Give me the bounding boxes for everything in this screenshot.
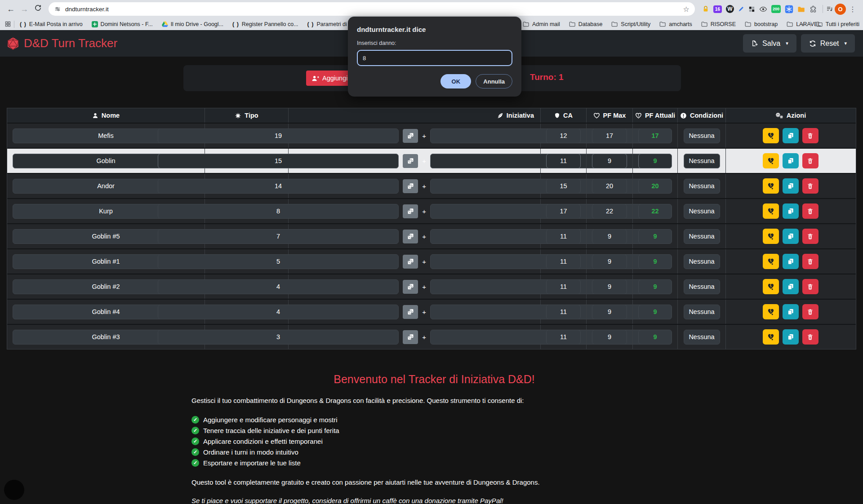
duplicate-button[interactable]	[783, 128, 799, 143]
roll-initiative-button[interactable]	[403, 179, 418, 193]
pf-current-input[interactable]	[638, 128, 672, 143]
pf-max-input[interactable]	[592, 128, 627, 143]
extensions-puzzle-icon[interactable]	[810, 5, 817, 13]
ca-input[interactable]	[546, 330, 581, 345]
ca-input[interactable]	[546, 179, 581, 194]
duplicate-button[interactable]	[783, 153, 799, 168]
roll-initiative-button[interactable]	[403, 330, 418, 344]
bookmark-item[interactable]: Database	[569, 21, 603, 27]
pf-current-input[interactable]	[638, 229, 672, 244]
bookmark-item[interactable]: RISORSE	[701, 21, 736, 27]
pf-current-input[interactable]	[638, 154, 672, 168]
condition-button[interactable]: Nessuna	[684, 254, 720, 269]
grid-extension-icon[interactable]	[748, 6, 755, 13]
wordpress-extension-icon[interactable]: W	[726, 5, 734, 13]
pf-max-input[interactable]	[592, 229, 627, 244]
save-button[interactable]: Salva ▾	[743, 34, 796, 53]
delete-button[interactable]	[802, 254, 819, 269]
bookmark-item[interactable]: Domini Netsons - F...	[92, 21, 153, 27]
eye-extension-icon[interactable]	[759, 6, 767, 12]
bookmark-item[interactable]: bootstrap	[745, 21, 778, 27]
menu-kebab-icon[interactable]: ⋮	[847, 5, 859, 13]
ca-input[interactable]	[546, 128, 581, 143]
delete-button[interactable]	[802, 178, 819, 194]
condition-button[interactable]: Nessuna	[684, 330, 720, 345]
damage-button[interactable]	[763, 128, 779, 143]
duplicate-button[interactable]	[783, 279, 799, 294]
damage-button[interactable]	[763, 279, 779, 294]
site-settings-icon[interactable]	[54, 5, 61, 13]
pf-max-input[interactable]	[592, 179, 627, 194]
damage-button[interactable]	[763, 254, 779, 269]
cancel-button[interactable]: Annulla	[476, 74, 512, 88]
bookmark-item[interactable]: ( )Register Pannello co...	[232, 21, 298, 27]
duplicate-button[interactable]	[783, 304, 799, 319]
condition-button[interactable]: Nessuna	[684, 179, 720, 194]
condition-button[interactable]: Nessuna	[684, 229, 720, 244]
pf-max-input[interactable]	[592, 204, 627, 219]
delete-button[interactable]	[802, 329, 819, 345]
apps-grid-icon[interactable]	[4, 21, 11, 27]
ca-input[interactable]	[546, 204, 581, 219]
reload-icon[interactable]	[31, 4, 44, 14]
damage-input[interactable]	[357, 50, 512, 66]
add-character-button[interactable]: Aggiungi	[306, 71, 353, 86]
initiative-input[interactable]	[158, 279, 399, 294]
bookmark-item[interactable]: Admin mail	[523, 21, 560, 27]
snowflake-extension-icon[interactable]	[785, 5, 793, 13]
ca-input[interactable]	[546, 229, 581, 244]
pf-max-input[interactable]	[592, 279, 627, 294]
forward-icon[interactable]: →	[18, 4, 31, 14]
damage-button[interactable]	[763, 203, 779, 219]
purple-badge-extension-icon[interactable]: 16	[713, 5, 722, 13]
damage-button[interactable]	[763, 229, 779, 244]
back-icon[interactable]: ←	[4, 4, 17, 14]
condition-button[interactable]: Nessuna	[684, 204, 720, 219]
delete-button[interactable]	[802, 153, 819, 168]
duplicate-button[interactable]	[783, 254, 799, 269]
ca-input[interactable]	[546, 305, 581, 319]
bookmarks-overflow-icon[interactable]: »	[801, 21, 805, 28]
delete-button[interactable]	[802, 304, 819, 319]
bookmark-item[interactable]: amcharts	[659, 21, 692, 27]
green-badge-extension-icon[interactable]: 200	[771, 5, 781, 13]
pf-current-input[interactable]	[638, 330, 672, 345]
eyedropper-extension-icon[interactable]	[738, 6, 744, 12]
reset-button[interactable]: Reset ▾	[801, 34, 855, 53]
url-bar[interactable]: dndturntracker.it ☆	[49, 2, 695, 16]
damage-button[interactable]	[763, 153, 779, 168]
pf-max-input[interactable]	[592, 305, 627, 319]
duplicate-button[interactable]	[783, 178, 799, 194]
bookmark-item[interactable]: Script/Utility	[611, 21, 650, 27]
roll-initiative-button[interactable]	[403, 129, 418, 143]
bookmark-star-icon[interactable]: ☆	[683, 5, 690, 13]
ca-input[interactable]	[546, 254, 581, 269]
initiative-input[interactable]	[158, 330, 399, 345]
initiative-input[interactable]	[158, 128, 399, 143]
damage-button[interactable]	[763, 329, 779, 345]
profile-avatar[interactable]: O	[835, 4, 846, 15]
duplicate-button[interactable]	[783, 229, 799, 244]
ca-input[interactable]	[546, 154, 581, 168]
roll-initiative-button[interactable]	[403, 255, 418, 269]
damage-button[interactable]	[763, 178, 779, 194]
bookmark-item[interactable]: Il mio Drive - Googl...	[162, 21, 223, 27]
condition-button[interactable]: Nessuna	[684, 305, 720, 319]
initiative-input[interactable]	[158, 305, 399, 319]
initiative-input[interactable]	[158, 229, 399, 244]
ok-button[interactable]: OK	[440, 74, 471, 88]
pf-current-input[interactable]	[638, 279, 672, 294]
all-bookmarks-folder[interactable]: Tutti i preferiti	[816, 21, 859, 27]
delete-button[interactable]	[802, 203, 819, 219]
duplicate-button[interactable]	[783, 329, 799, 345]
damage-button[interactable]	[763, 304, 779, 319]
pf-current-input[interactable]	[638, 204, 672, 219]
condition-button[interactable]: Nessuna	[684, 128, 720, 143]
pf-current-input[interactable]	[638, 179, 672, 194]
roll-initiative-button[interactable]	[403, 280, 418, 294]
condition-button[interactable]: Nessuna	[684, 279, 720, 294]
roll-initiative-button[interactable]	[403, 230, 418, 243]
delete-button[interactable]	[802, 279, 819, 294]
pf-max-input[interactable]	[592, 154, 627, 168]
pf-max-input[interactable]	[592, 330, 627, 345]
